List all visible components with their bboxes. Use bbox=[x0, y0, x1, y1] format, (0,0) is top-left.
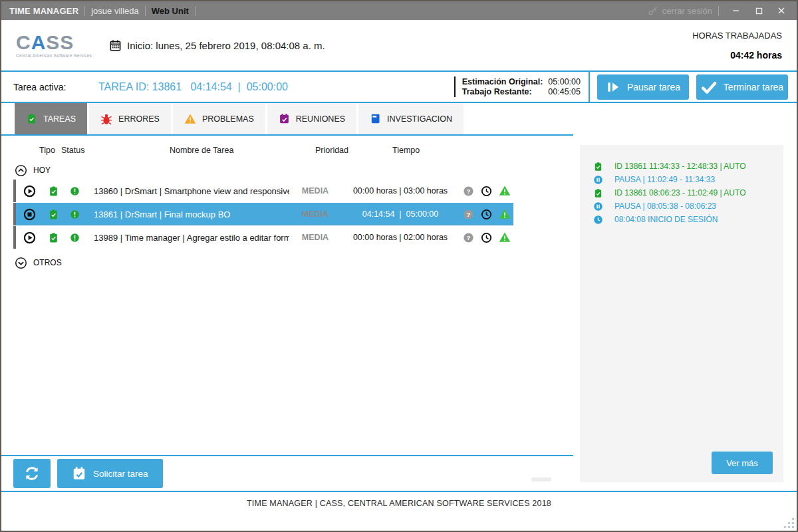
warning-triangle-icon bbox=[184, 113, 196, 125]
task-status-icon bbox=[43, 186, 64, 197]
tab-tareas[interactable]: TAREAS bbox=[15, 103, 87, 134]
calendar-check-icon bbox=[72, 466, 86, 481]
active-task-bar: Tarea activa: TAREA ID: 13861 04:14:54 |… bbox=[1, 70, 797, 103]
titlebar-unit: Web Unit bbox=[152, 6, 189, 16]
titlebar-divider bbox=[84, 6, 85, 16]
header: CASS Central American Software Services … bbox=[1, 20, 797, 70]
footer-text: TIME MANAGER | CASS, CENTRAL AMERICAN SO… bbox=[247, 499, 551, 508]
activity-log-panel: ID 13861 11:34:33 - 12:48:33 | AUTO PAUS… bbox=[580, 145, 783, 482]
log-text: PAUSA | 11:02:49 - 11:34:33 bbox=[614, 175, 715, 184]
help-button[interactable] bbox=[460, 186, 477, 197]
request-task-button[interactable]: Solicitar tarea bbox=[57, 459, 163, 488]
clipboard-check-icon bbox=[48, 232, 59, 243]
group-hoy[interactable]: HOY bbox=[1, 161, 573, 180]
warning-triangle-icon bbox=[499, 185, 511, 197]
maximize-button[interactable] bbox=[747, 3, 770, 19]
remaining-value: 00:45:05 bbox=[548, 87, 581, 96]
clock-icon bbox=[481, 209, 492, 220]
alert-button[interactable] bbox=[495, 185, 513, 197]
close-button[interactable] bbox=[770, 3, 793, 19]
log-text: 08:04:08 INICIO DE SESIÓN bbox=[614, 215, 718, 224]
warning-triangle-icon bbox=[499, 231, 511, 243]
clipboard-check-icon bbox=[593, 162, 603, 172]
refresh-icon bbox=[23, 465, 41, 482]
estimation-label: Estimación Original: bbox=[462, 77, 543, 86]
info-button[interactable] bbox=[64, 209, 85, 219]
task-name: 13860 | DrSmart | Smartphone view and re… bbox=[85, 186, 289, 196]
resize-grip[interactable] bbox=[784, 518, 795, 529]
calendar-icon bbox=[109, 39, 122, 52]
table-row[interactable]: 13989 | Time manager | Agregar estilo a … bbox=[13, 226, 513, 249]
estimation-block: Estimación Original: 05:00:00 Trabajo Re… bbox=[454, 76, 589, 97]
info-button[interactable] bbox=[64, 233, 85, 243]
info-icon bbox=[70, 233, 80, 243]
table-header: Tipo Status Nombre de Tarea Prioridad Ti… bbox=[1, 142, 573, 161]
column-prioridad: Prioridad bbox=[315, 146, 348, 155]
finish-task-button[interactable]: Terminar tarea bbox=[696, 74, 788, 100]
history-button[interactable] bbox=[477, 209, 495, 220]
worked-hours-label: HORAS TRABAJADAS bbox=[692, 31, 782, 41]
table-row[interactable]: 13860 | DrSmart | Smartphone view and re… bbox=[13, 180, 513, 202]
titlebar-divider bbox=[145, 6, 146, 16]
tab-investigacion[interactable]: INVESTIGACION bbox=[358, 103, 464, 134]
refresh-button[interactable] bbox=[13, 459, 51, 488]
group-otros[interactable]: OTROS bbox=[1, 253, 573, 272]
estimation-value: 05:00:00 bbox=[548, 77, 581, 86]
task-time: 00:00 horas | 03:00 horas bbox=[341, 186, 460, 196]
clipboard-check-icon bbox=[48, 209, 59, 220]
log-entry: PAUSA | 11:02:49 - 11:34:33 bbox=[593, 173, 783, 186]
alert-button[interactable] bbox=[495, 231, 513, 243]
logout-label: cerrar sesión bbox=[662, 6, 712, 16]
info-button[interactable] bbox=[64, 186, 85, 196]
play-task-button[interactable] bbox=[16, 185, 43, 198]
play-task-button[interactable] bbox=[16, 231, 43, 244]
alert-button[interactable] bbox=[495, 208, 513, 220]
history-button[interactable] bbox=[477, 186, 495, 197]
check-icon bbox=[701, 79, 717, 95]
pause-task-button[interactable]: Pausar tarea bbox=[597, 74, 689, 100]
table-row-selected[interactable]: 13861 | DrSmart | Final mockup BO MEDIA … bbox=[13, 203, 513, 225]
worked-hours-value: 04:42 horas bbox=[692, 50, 782, 61]
app-title: TIME MANAGER bbox=[9, 6, 78, 16]
task-list-panel: Tipo Status Nombre de Tarea Prioridad Ti… bbox=[1, 136, 573, 491]
logout-button[interactable]: cerrar sesión bbox=[648, 5, 712, 16]
book-icon bbox=[370, 113, 381, 124]
history-button[interactable] bbox=[477, 232, 495, 243]
tab-problemas[interactable]: PROBLEMAS bbox=[173, 103, 265, 134]
cass-logo: CASS Central American Software Services bbox=[16, 33, 101, 58]
remaining-label: Trabajo Restante: bbox=[462, 87, 543, 96]
maximize-icon bbox=[754, 6, 764, 16]
footer: TIME MANAGER | CASS, CENTRAL AMERICAN SO… bbox=[1, 492, 797, 531]
chevron-up-circle-icon bbox=[15, 164, 27, 177]
question-icon bbox=[463, 186, 474, 197]
chevron-down-circle-icon bbox=[15, 257, 27, 269]
tab-errores[interactable]: ERRORES bbox=[89, 103, 171, 134]
horizontal-scrollbar-thumb[interactable] bbox=[531, 477, 551, 481]
pause-play-icon bbox=[606, 80, 620, 94]
clipboard-check-icon bbox=[26, 113, 37, 124]
see-more-button[interactable]: Ver más bbox=[712, 452, 773, 474]
clipboard-check-icon bbox=[593, 188, 603, 198]
clock-icon bbox=[481, 232, 492, 243]
stop-task-button[interactable] bbox=[16, 208, 43, 221]
key-logout-icon bbox=[648, 5, 658, 16]
titlebar-username: josue villeda bbox=[91, 6, 139, 16]
log-entry: 08:04:08 INICIO DE SESIÓN bbox=[593, 213, 783, 226]
log-entry: ID 13861 11:34:33 - 12:48:33 | AUTO bbox=[593, 160, 783, 173]
bug-icon bbox=[100, 113, 112, 125]
tab-reuniones[interactable]: REUNIONES bbox=[267, 103, 356, 134]
minimize-button[interactable] bbox=[725, 3, 747, 19]
help-button[interactable] bbox=[460, 232, 477, 243]
action-bar: Solicitar tarea bbox=[1, 456, 573, 491]
cass-logo-word: CASS bbox=[16, 33, 101, 53]
titlebar-divider bbox=[195, 6, 196, 16]
help-button[interactable] bbox=[460, 209, 477, 220]
column-nombre: Nombre de Tarea bbox=[170, 146, 233, 155]
play-icon bbox=[23, 231, 36, 244]
play-icon bbox=[23, 185, 36, 198]
task-status-icon bbox=[43, 209, 64, 220]
task-name: 13861 | DrSmart | Final mockup BO bbox=[85, 209, 289, 219]
active-task-label: Tarea activa: bbox=[13, 82, 98, 92]
clipboard-check-icon bbox=[48, 186, 59, 197]
app-window: TIME MANAGER josue villeda Web Unit cerr… bbox=[0, 0, 798, 532]
